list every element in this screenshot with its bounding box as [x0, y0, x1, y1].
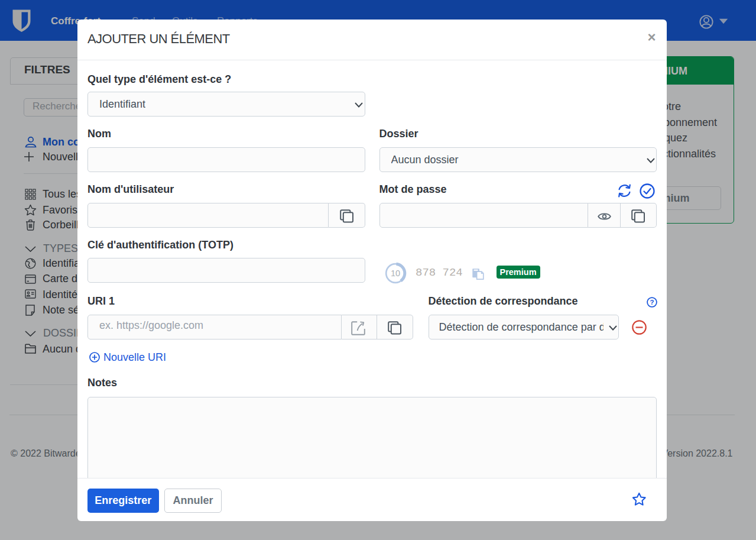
svg-text:10: 10 [390, 269, 400, 278]
svg-text:?: ? [650, 299, 654, 306]
